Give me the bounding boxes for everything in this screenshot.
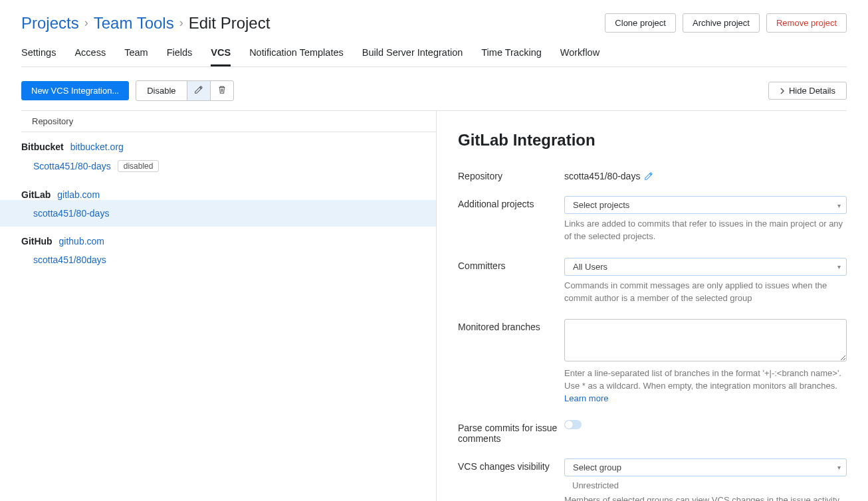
select-value: Select projects bbox=[573, 200, 629, 210]
committers-help: Commands in commit messages are only app… bbox=[564, 280, 847, 305]
vcs-visibility-current: Unrestricted bbox=[564, 480, 847, 490]
repo-row-github-0[interactable]: scotta451/80days bbox=[21, 247, 436, 273]
chevron-right-icon bbox=[780, 88, 785, 94]
pencil-icon bbox=[194, 86, 203, 96]
repo-row-bitbucket-0[interactable]: Scotta451/80-days disabled bbox=[21, 152, 436, 180]
archive-project-button[interactable]: Archive project bbox=[683, 13, 760, 33]
chevron-down-icon: ▾ bbox=[837, 464, 841, 471]
provider-bitbucket-host[interactable]: bitbucket.org bbox=[70, 142, 124, 152]
provider-gitlab: GitLab bbox=[21, 189, 51, 200]
provider-bitbucket: Bitbucket bbox=[21, 142, 64, 152]
tab-fields[interactable]: Fields bbox=[167, 47, 193, 66]
tab-notification-templates[interactable]: Notification Templates bbox=[249, 47, 344, 66]
repo-link: Scotta451/80-days bbox=[33, 161, 111, 171]
committers-label: Committers bbox=[458, 258, 564, 305]
chevron-right-icon: › bbox=[84, 16, 88, 30]
page-title: Edit Project bbox=[189, 14, 271, 33]
integration-actions-group: Disable bbox=[136, 80, 233, 101]
tab-bar: Settings Access Team Fields VCS Notifica… bbox=[21, 47, 847, 67]
vcs-visibility-label: VCS changes visibility bbox=[458, 458, 564, 501]
breadcrumb-projects[interactable]: Projects bbox=[21, 14, 79, 33]
status-badge: disabled bbox=[118, 160, 160, 172]
committers-select[interactable]: All Users ▾ bbox=[564, 258, 847, 276]
tab-vcs[interactable]: VCS bbox=[211, 47, 231, 66]
tab-time-tracking[interactable]: Time Tracking bbox=[481, 47, 542, 66]
edit-repository-icon[interactable] bbox=[644, 171, 653, 181]
additional-projects-help: Links are added to commits that refer to… bbox=[564, 218, 847, 243]
disable-button[interactable]: Disable bbox=[136, 80, 187, 101]
hide-details-button[interactable]: Hide Details bbox=[768, 82, 847, 100]
parse-commits-label: Parse commits for issue comments bbox=[458, 420, 564, 444]
hide-details-label: Hide Details bbox=[789, 86, 835, 96]
tab-access[interactable]: Access bbox=[74, 47, 106, 66]
toggle-knob bbox=[565, 421, 573, 429]
delete-button[interactable] bbox=[210, 80, 234, 101]
clone-project-button[interactable]: Clone project bbox=[605, 13, 676, 33]
monitored-branches-label: Monitored branches bbox=[458, 319, 564, 405]
additional-projects-select[interactable]: Select projects ▾ bbox=[564, 196, 847, 214]
learn-more-link[interactable]: Learn more bbox=[564, 393, 608, 403]
provider-github: GitHub bbox=[21, 236, 53, 247]
repository-column-header: Repository bbox=[21, 111, 436, 132]
trash-icon bbox=[217, 86, 227, 96]
remove-project-button[interactable]: Remove project bbox=[766, 13, 847, 33]
chevron-right-icon: › bbox=[179, 16, 183, 30]
breadcrumb-team-tools[interactable]: Team Tools bbox=[94, 14, 174, 33]
parse-commits-toggle[interactable] bbox=[564, 420, 582, 429]
tab-workflow[interactable]: Workflow bbox=[560, 47, 599, 66]
tab-team[interactable]: Team bbox=[124, 47, 148, 66]
panel-title: GitLab Integration bbox=[458, 131, 847, 150]
vcs-visibility-select[interactable]: Select group ▾ bbox=[564, 458, 847, 476]
breadcrumb: Projects › Team Tools › Edit Project bbox=[21, 14, 270, 33]
repository-value: scotta451/80-days bbox=[564, 171, 640, 181]
chevron-down-icon: ▾ bbox=[837, 263, 841, 270]
repo-link: scotta451/80days bbox=[33, 254, 106, 265]
provider-gitlab-host[interactable]: gitlab.com bbox=[57, 189, 100, 200]
select-value: All Users bbox=[573, 262, 607, 272]
repo-link: scotta451/80-days bbox=[33, 208, 109, 219]
edit-button[interactable] bbox=[187, 80, 211, 101]
select-value: Select group bbox=[573, 462, 621, 472]
new-vcs-integration-button[interactable]: New VCS Integration... bbox=[21, 81, 129, 100]
tab-build-server[interactable]: Build Server Integration bbox=[362, 47, 463, 66]
provider-github-host[interactable]: github.com bbox=[59, 236, 104, 247]
monitored-branches-input[interactable] bbox=[564, 319, 847, 361]
vcs-visibility-help: Members of selected groups can view VCS … bbox=[564, 494, 847, 501]
tab-settings[interactable]: Settings bbox=[21, 47, 56, 66]
additional-projects-label: Additional projects bbox=[458, 196, 564, 243]
repo-row-gitlab-0[interactable]: scotta451/80-days bbox=[0, 200, 436, 227]
repository-label: Repository bbox=[458, 168, 564, 181]
chevron-down-icon: ▾ bbox=[837, 201, 841, 209]
monitored-branches-help: Enter a line-separated list of branches … bbox=[564, 367, 847, 405]
